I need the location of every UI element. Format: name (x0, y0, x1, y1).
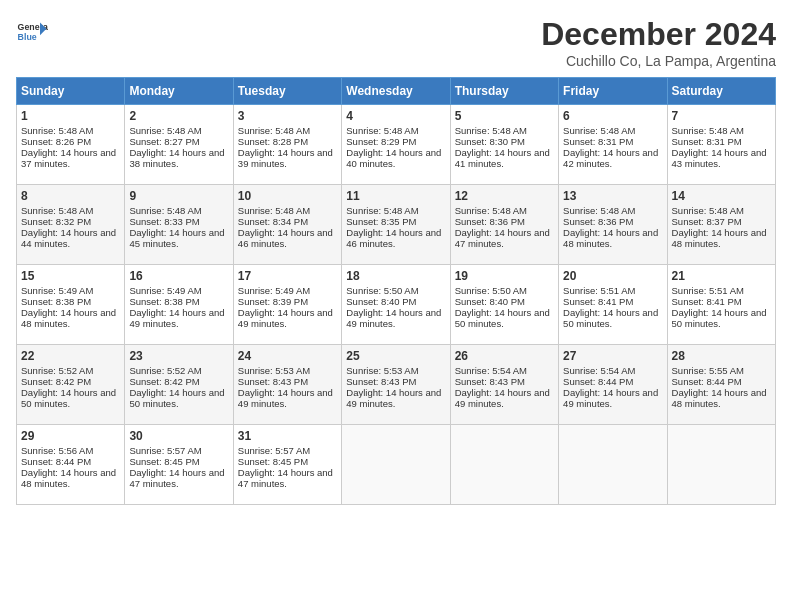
calendar-cell: 18Sunrise: 5:50 AMSunset: 8:40 PMDayligh… (342, 265, 450, 345)
day-info: Sunrise: 5:50 AM (455, 285, 554, 296)
day-info: Sunrise: 5:55 AM (672, 365, 771, 376)
day-info: Sunset: 8:41 PM (672, 296, 771, 307)
calendar-cell: 29Sunrise: 5:56 AMSunset: 8:44 PMDayligh… (17, 425, 125, 505)
day-info: Daylight: 14 hours and 47 minutes. (129, 467, 228, 489)
day-number: 9 (129, 189, 228, 203)
calendar-week-row: 29Sunrise: 5:56 AMSunset: 8:44 PMDayligh… (17, 425, 776, 505)
day-info: Daylight: 14 hours and 47 minutes. (238, 467, 337, 489)
calendar-cell (342, 425, 450, 505)
day-info: Sunrise: 5:48 AM (455, 205, 554, 216)
day-info: Sunset: 8:44 PM (563, 376, 662, 387)
day-info: Daylight: 14 hours and 43 minutes. (672, 147, 771, 169)
day-info: Sunset: 8:42 PM (21, 376, 120, 387)
day-number: 20 (563, 269, 662, 283)
day-info: Sunrise: 5:48 AM (672, 205, 771, 216)
day-number: 6 (563, 109, 662, 123)
day-info: Sunrise: 5:48 AM (346, 125, 445, 136)
calendar-table: SundayMondayTuesdayWednesdayThursdayFrid… (16, 77, 776, 505)
day-number: 12 (455, 189, 554, 203)
day-number: 4 (346, 109, 445, 123)
day-info: Sunset: 8:43 PM (238, 376, 337, 387)
day-info: Daylight: 14 hours and 49 minutes. (129, 307, 228, 329)
day-info: Daylight: 14 hours and 49 minutes. (563, 387, 662, 409)
day-number: 5 (455, 109, 554, 123)
day-number: 19 (455, 269, 554, 283)
day-info: Sunrise: 5:48 AM (21, 205, 120, 216)
calendar-cell: 2Sunrise: 5:48 AMSunset: 8:27 PMDaylight… (125, 105, 233, 185)
day-info: Sunset: 8:40 PM (455, 296, 554, 307)
day-info: Sunset: 8:44 PM (21, 456, 120, 467)
calendar-cell: 28Sunrise: 5:55 AMSunset: 8:44 PMDayligh… (667, 345, 775, 425)
day-info: Daylight: 14 hours and 46 minutes. (238, 227, 337, 249)
day-info: Sunrise: 5:48 AM (346, 205, 445, 216)
day-info: Daylight: 14 hours and 49 minutes. (346, 307, 445, 329)
calendar-cell: 12Sunrise: 5:48 AMSunset: 8:36 PMDayligh… (450, 185, 558, 265)
day-info: Daylight: 14 hours and 49 minutes. (238, 387, 337, 409)
day-info: Sunset: 8:35 PM (346, 216, 445, 227)
calendar-cell: 24Sunrise: 5:53 AMSunset: 8:43 PMDayligh… (233, 345, 341, 425)
weekday-header: Wednesday (342, 78, 450, 105)
day-number: 1 (21, 109, 120, 123)
day-number: 26 (455, 349, 554, 363)
day-info: Sunset: 8:40 PM (346, 296, 445, 307)
day-number: 3 (238, 109, 337, 123)
day-number: 15 (21, 269, 120, 283)
day-info: Sunrise: 5:54 AM (563, 365, 662, 376)
day-info: Sunrise: 5:51 AM (563, 285, 662, 296)
day-number: 24 (238, 349, 337, 363)
calendar-cell (450, 425, 558, 505)
calendar-cell: 22Sunrise: 5:52 AMSunset: 8:42 PMDayligh… (17, 345, 125, 425)
day-number: 23 (129, 349, 228, 363)
day-info: Sunset: 8:45 PM (129, 456, 228, 467)
weekday-header: Monday (125, 78, 233, 105)
calendar-cell: 15Sunrise: 5:49 AMSunset: 8:38 PMDayligh… (17, 265, 125, 345)
calendar-cell: 9Sunrise: 5:48 AMSunset: 8:33 PMDaylight… (125, 185, 233, 265)
day-number: 14 (672, 189, 771, 203)
calendar-cell (667, 425, 775, 505)
day-info: Sunset: 8:42 PM (129, 376, 228, 387)
calendar-week-row: 1Sunrise: 5:48 AMSunset: 8:26 PMDaylight… (17, 105, 776, 185)
day-info: Sunset: 8:36 PM (455, 216, 554, 227)
day-info: Daylight: 14 hours and 39 minutes. (238, 147, 337, 169)
day-number: 10 (238, 189, 337, 203)
day-info: Sunrise: 5:53 AM (346, 365, 445, 376)
day-info: Daylight: 14 hours and 45 minutes. (129, 227, 228, 249)
day-info: Sunrise: 5:48 AM (672, 125, 771, 136)
day-info: Sunrise: 5:48 AM (21, 125, 120, 136)
day-info: Daylight: 14 hours and 44 minutes. (21, 227, 120, 249)
day-info: Sunrise: 5:49 AM (238, 285, 337, 296)
calendar-cell: 19Sunrise: 5:50 AMSunset: 8:40 PMDayligh… (450, 265, 558, 345)
day-number: 16 (129, 269, 228, 283)
day-info: Daylight: 14 hours and 50 minutes. (21, 387, 120, 409)
day-number: 28 (672, 349, 771, 363)
day-number: 31 (238, 429, 337, 443)
logo: General Blue (16, 16, 48, 48)
calendar-week-row: 15Sunrise: 5:49 AMSunset: 8:38 PMDayligh… (17, 265, 776, 345)
day-info: Daylight: 14 hours and 48 minutes. (563, 227, 662, 249)
day-info: Sunrise: 5:52 AM (21, 365, 120, 376)
day-info: Sunrise: 5:49 AM (21, 285, 120, 296)
day-info: Daylight: 14 hours and 40 minutes. (346, 147, 445, 169)
day-info: Daylight: 14 hours and 50 minutes. (129, 387, 228, 409)
day-info: Sunset: 8:26 PM (21, 136, 120, 147)
day-info: Daylight: 14 hours and 50 minutes. (672, 307, 771, 329)
day-info: Sunrise: 5:51 AM (672, 285, 771, 296)
day-info: Sunrise: 5:53 AM (238, 365, 337, 376)
calendar-cell: 21Sunrise: 5:51 AMSunset: 8:41 PMDayligh… (667, 265, 775, 345)
weekday-header: Tuesday (233, 78, 341, 105)
day-info: Sunrise: 5:56 AM (21, 445, 120, 456)
day-info: Daylight: 14 hours and 48 minutes. (672, 387, 771, 409)
calendar-cell: 3Sunrise: 5:48 AMSunset: 8:28 PMDaylight… (233, 105, 341, 185)
calendar-header-row: SundayMondayTuesdayWednesdayThursdayFrid… (17, 78, 776, 105)
calendar-cell: 4Sunrise: 5:48 AMSunset: 8:29 PMDaylight… (342, 105, 450, 185)
calendar-cell: 20Sunrise: 5:51 AMSunset: 8:41 PMDayligh… (559, 265, 667, 345)
calendar-cell: 13Sunrise: 5:48 AMSunset: 8:36 PMDayligh… (559, 185, 667, 265)
calendar-cell: 5Sunrise: 5:48 AMSunset: 8:30 PMDaylight… (450, 105, 558, 185)
day-info: Sunset: 8:28 PM (238, 136, 337, 147)
day-info: Sunrise: 5:54 AM (455, 365, 554, 376)
day-number: 17 (238, 269, 337, 283)
day-info: Sunrise: 5:49 AM (129, 285, 228, 296)
day-info: Daylight: 14 hours and 50 minutes. (563, 307, 662, 329)
day-info: Daylight: 14 hours and 47 minutes. (455, 227, 554, 249)
day-info: Sunset: 8:27 PM (129, 136, 228, 147)
